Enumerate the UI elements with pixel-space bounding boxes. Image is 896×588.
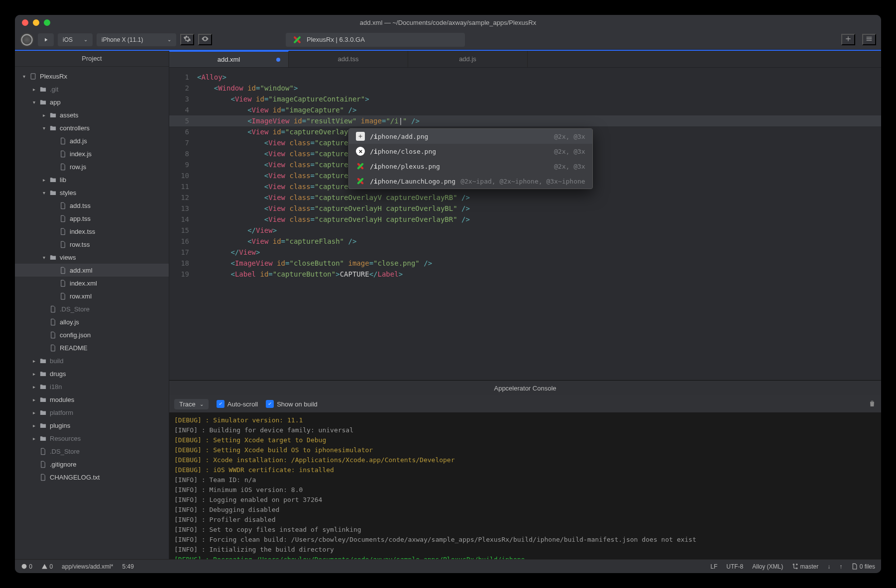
tree-item-label: row.xml (70, 293, 92, 300)
tree-item[interactable]: ▾app (15, 96, 169, 108)
disclosure-icon[interactable]: ▸ (32, 87, 36, 92)
editor-tab[interactable]: add.tss (289, 51, 408, 67)
tree-item[interactable]: ▸assets (15, 108, 169, 121)
tree-item-label: CHANGELOG.txt (50, 474, 100, 481)
autocomplete-popup[interactable]: /iphone/add.png@2x, @3x/iphone/close.png… (348, 128, 593, 189)
clear-console-button[interactable] (868, 399, 876, 409)
autocomplete-item[interactable]: /iphone/plexus.png@2x, @3x (349, 159, 592, 174)
app-logo-icon (20, 33, 34, 47)
tree-item[interactable]: ▾styles (15, 186, 169, 199)
git-pull-icon[interactable]: ↑ (839, 563, 842, 570)
preview-button[interactable] (198, 34, 212, 45)
disclosure-icon[interactable]: ▾ (32, 99, 36, 105)
tree-item[interactable]: .gitignore (15, 458, 169, 471)
status-git-branch[interactable]: master (792, 563, 818, 570)
disclosure-icon[interactable]: ▾ (42, 190, 46, 196)
disclosure-icon[interactable]: ▾ (22, 74, 26, 79)
app-info-pill[interactable]: PlexusRx | 6.3.0.GA (286, 33, 465, 47)
tree-item[interactable]: index.xml (15, 277, 169, 290)
tree-item[interactable]: ▾controllers (15, 121, 169, 134)
status-cursor[interactable]: 5:49 (122, 563, 133, 570)
showonbuild-checkbox[interactable]: Show on build (266, 400, 318, 408)
autocomplete-item[interactable]: /iphone/add.png@2x, @3x (349, 129, 592, 144)
tree-item[interactable]: ▸plugins (15, 419, 169, 432)
device-select[interactable]: iPhone X (11.1) ⌄ (97, 33, 176, 46)
disclosure-icon[interactable]: ▸ (32, 371, 36, 377)
disclosure-icon[interactable]: ▸ (42, 112, 46, 118)
tree-item-label: .DS_Store (60, 305, 90, 313)
tree-item[interactable]: config.json (15, 328, 169, 341)
run-button[interactable] (38, 33, 54, 46)
chevron-down-icon: ⌄ (167, 37, 171, 42)
window-zoom-icon[interactable] (44, 19, 50, 26)
tree-item[interactable]: CHANGELOG.txt (15, 471, 169, 484)
tree-item-label: app (50, 98, 61, 106)
tree-item[interactable]: ▸.git (15, 83, 169, 96)
log-level-label: Trace (179, 400, 196, 408)
hamburger-icon (865, 35, 873, 43)
tree-item[interactable]: ▸platform (15, 406, 169, 419)
disclosure-icon[interactable]: ▸ (42, 177, 46, 183)
console-line: [DEBUG] : iOS WWDR certificate: installe… (174, 465, 876, 475)
titlebar: add.xml — ~/Documents/code/axway/sample_… (15, 15, 881, 30)
tree-item[interactable]: index.js (15, 147, 169, 160)
autoscroll-checkbox[interactable]: Auto-scroll (217, 400, 258, 408)
editor-tab[interactable]: add.js (408, 51, 528, 67)
repo-icon (29, 72, 37, 80)
tree-item[interactable]: row.js (15, 160, 169, 173)
git-push-icon[interactable]: ↓ (827, 563, 830, 570)
disclosure-icon[interactable]: ▾ (42, 255, 46, 260)
warning-count[interactable]: 0 (41, 563, 53, 570)
tree-item[interactable]: ▸i18n (15, 380, 169, 393)
tree-item[interactable]: .DS_Store (15, 445, 169, 458)
disclosure-icon[interactable]: ▸ (32, 384, 36, 390)
platform-select[interactable]: iOS ⌄ (58, 33, 93, 46)
tree-item[interactable]: README (15, 341, 169, 354)
autocomplete-item[interactable]: /iphone/LaunchLogo.png@2x~ipad, @2x~ipho… (349, 174, 592, 189)
tree-item[interactable]: ▸build (15, 354, 169, 367)
tree-item[interactable]: row.tss (15, 238, 169, 251)
tree-item[interactable]: ▸drugs (15, 367, 169, 380)
tree-item[interactable]: add.js (15, 134, 169, 147)
status-file-path[interactable]: app/views/add.xml* (62, 563, 113, 570)
tree-item[interactable]: ▸modules (15, 393, 169, 406)
disclosure-icon[interactable]: ▸ (32, 410, 36, 415)
tree-item[interactable]: ▾PlexusRx (15, 70, 169, 83)
window-minimize-icon[interactable] (33, 19, 39, 26)
disclosure-icon[interactable]: ▾ (42, 125, 46, 131)
console-output[interactable]: [DEBUG] : Simulator version: 11.1[INFO] … (169, 412, 881, 559)
tree-item-label: lib (60, 176, 66, 184)
tree-item[interactable]: add.xml (15, 264, 169, 277)
status-encoding[interactable]: UTF-8 (726, 563, 743, 570)
settings-button[interactable] (180, 34, 194, 45)
git-branch-icon (792, 563, 798, 570)
disclosure-icon[interactable]: ▸ (32, 397, 36, 402)
tree-item[interactable]: ▸lib (15, 173, 169, 186)
status-grammar[interactable]: Alloy (XML) (752, 563, 783, 570)
tree-item[interactable]: ▾views (15, 251, 169, 264)
menu-button[interactable] (862, 34, 876, 45)
error-icon (21, 563, 27, 570)
disclosure-icon[interactable]: ▸ (32, 436, 36, 441)
tree-item-label: styles (60, 189, 76, 196)
tree-item[interactable]: index.tss (15, 225, 169, 238)
error-count[interactable]: 0 (21, 563, 32, 570)
tree-item[interactable]: add.tss (15, 199, 169, 212)
tree-item[interactable]: alloy.js (15, 315, 169, 328)
log-level-select[interactable]: Trace ⌄ (174, 399, 209, 409)
disclosure-icon[interactable]: ▸ (32, 423, 36, 428)
tree-item[interactable]: row.xml (15, 290, 169, 302)
status-files-badge[interactable]: 0 files (851, 563, 875, 570)
autocomplete-item[interactable]: /iphone/close.png@2x, @3x (349, 144, 592, 159)
disclosure-icon[interactable]: ▸ (32, 358, 36, 364)
window-close-icon[interactable] (22, 19, 28, 26)
editor-tab[interactable]: add.xml (169, 51, 289, 67)
status-line-ending[interactable]: LF (710, 563, 717, 570)
code-editor[interactable]: 12345678910111213141516171819 <Alloy> <W… (169, 68, 881, 380)
add-button[interactable] (841, 34, 855, 45)
tree-item[interactable]: app.tss (15, 212, 169, 225)
chevron-down-icon: ⌄ (84, 37, 88, 42)
console-toolbar: Trace ⌄ Auto-scroll Show on build (169, 395, 881, 412)
tree-item[interactable]: ▸Resources (15, 432, 169, 445)
tree-item[interactable]: .DS_Store (15, 302, 169, 315)
